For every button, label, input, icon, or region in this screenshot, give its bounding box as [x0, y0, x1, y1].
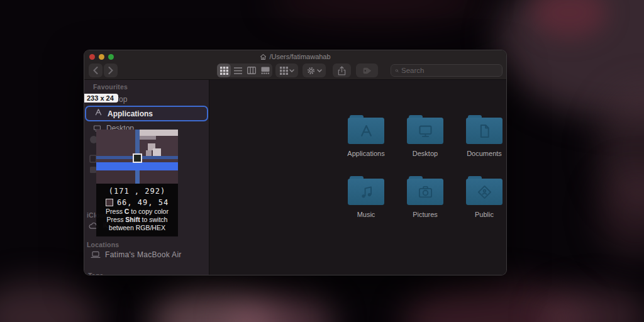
documents-folder-icon [466, 115, 502, 144]
folder-music[interactable]: Music [336, 176, 396, 237]
sidebar-item-applications[interactable]: Applications [85, 106, 208, 121]
folder-public[interactable]: Public [455, 176, 507, 237]
folder-applications[interactable]: Applications [336, 115, 396, 176]
tag-icon [362, 67, 372, 75]
applications-a-icon [94, 108, 103, 119]
window-title: /Users/fatimawahab [84, 53, 506, 60]
path-title: /Users/fatimawahab [269, 53, 330, 60]
rgb-values: 66, 49, 54 [117, 198, 169, 207]
home-icon [260, 53, 267, 60]
favourites-header: Favourites [93, 83, 128, 91]
column-view-icon [247, 67, 256, 74]
folder-label: Music [357, 211, 375, 218]
list-view-button[interactable] [231, 64, 245, 77]
color-picker-loupe [96, 130, 178, 184]
applications-label: Applications [108, 109, 153, 118]
chevron-down-icon [289, 69, 294, 72]
finder-content-area[interactable]: Applications Desktop Documents Downloads… [209, 80, 506, 275]
group-button[interactable] [275, 64, 298, 77]
tags-button[interactable] [356, 64, 378, 77]
locations-header: Locations [87, 241, 119, 248]
search-field[interactable] [391, 64, 502, 77]
folder-label: Desktop [413, 150, 438, 157]
music-folder-icon [348, 176, 384, 205]
public-folder-icon [466, 176, 502, 205]
folder-grid: Applications Desktop Documents Downloads… [336, 115, 507, 237]
column-view-button[interactable] [245, 64, 258, 77]
view-switcher [217, 64, 272, 77]
gear-icon [306, 66, 316, 75]
folder-label: Public [475, 211, 494, 218]
folder-label: Applications [347, 150, 384, 157]
window-chrome: /Users/fatimawahab [84, 50, 506, 80]
folder-pictures[interactable]: Pictures [396, 176, 455, 237]
group-grid-icon [280, 67, 288, 75]
tags-header: Tags [88, 272, 104, 275]
chevron-down-icon [317, 69, 322, 72]
grid-view-icon [220, 67, 228, 75]
list-view-icon [234, 67, 242, 75]
switch-hint-2: between RGB/HEX [96, 224, 178, 231]
back-button[interactable] [89, 64, 103, 77]
search-input[interactable] [401, 67, 498, 74]
search-icon [395, 67, 399, 74]
folder-documents[interactable]: Documents [455, 115, 507, 176]
pixel-reticle [133, 153, 142, 163]
laptop-icon [91, 251, 101, 258]
switch-hint: Press Shift to switch [96, 216, 178, 223]
pictures-folder-icon [407, 176, 443, 205]
desktop-folder-icon [407, 115, 443, 144]
sidebar-item-macbook[interactable]: Fatima's MacBook Air [91, 250, 182, 259]
applications-folder-icon [348, 115, 384, 144]
gallery-view-icon [261, 67, 270, 74]
pixel-coordinates: (171 , 292) [96, 187, 178, 196]
folder-label: Documents [467, 150, 502, 157]
share-button[interactable] [333, 64, 351, 77]
color-swatch [106, 199, 113, 206]
folder-desktop[interactable]: Desktop [396, 115, 455, 176]
icon-view-button[interactable] [217, 64, 231, 77]
forward-button[interactable] [104, 64, 118, 77]
share-icon [338, 66, 346, 75]
macbook-label: Fatima's MacBook Air [105, 250, 182, 259]
chevron-left-icon [93, 67, 98, 74]
action-menu-button[interactable] [303, 64, 326, 77]
gallery-view-button[interactable] [258, 64, 272, 77]
chevron-right-icon [108, 67, 113, 74]
finder-window: /Users/fatimawahab [84, 50, 507, 275]
folder-label: Pictures [413, 211, 438, 218]
color-picker-panel: (171 , 292) 66, 49, 54 Press C to copy c… [96, 184, 178, 236]
selection-size-badge: 233 x 24 [84, 94, 118, 103]
copy-hint: Press C to copy color [96, 208, 178, 215]
